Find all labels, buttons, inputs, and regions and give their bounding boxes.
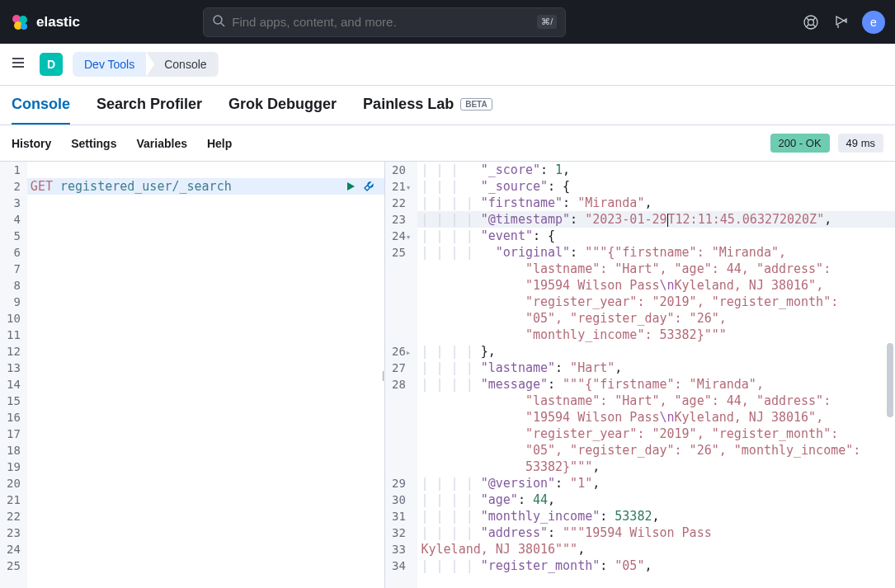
tab-console[interactable]: Console [12,96,70,125]
breadcrumb: Dev Tools Console [73,52,219,77]
variables-button[interactable]: Variables [136,137,187,150]
help-button[interactable]: Help [207,137,232,150]
editor-split: || 1234567891011121314151617181920212223… [0,161,895,588]
global-search[interactable]: ⌘/ [203,7,566,37]
console-toolbar: History Settings Variables Help 200 - OK… [0,125,895,161]
svg-line-9 [813,17,816,21]
tab-painless-lab[interactable]: Painless Lab BETA [363,96,492,125]
svg-line-10 [806,24,809,27]
tab-search-profiler[interactable]: Search Profiler [97,96,202,125]
scrollbar-thumb[interactable] [887,343,893,417]
beta-badge: BETA [460,98,492,111]
crumb-devtools[interactable]: Dev Tools [73,52,146,77]
svg-point-4 [214,16,222,24]
top-header: elastic ⌘/ e [0,0,895,44]
space-badge[interactable]: D [40,53,63,76]
svg-point-3 [21,23,27,30]
devtools-tabs: Console Search Profiler Grok Debugger Pa… [0,86,895,125]
search-icon [212,14,225,30]
request-pane[interactable]: 1234567891011121314151617181920212223242… [0,162,385,588]
tab-painless-label: Painless Lab [363,96,454,113]
svg-line-11 [813,24,816,27]
wrench-icon[interactable] [363,180,376,193]
response-gutter: 20 21▾22 23 24▾25 26▸27 28 29 30 31 32 3… [385,162,417,588]
tab-grok-debugger[interactable]: Grok Debugger [228,96,337,125]
history-button[interactable]: History [12,137,51,150]
svg-line-5 [221,23,224,26]
play-icon[interactable] [345,180,358,193]
elastic-logo-icon [10,12,30,32]
crumb-console: Console [146,52,218,77]
status-badge: 200 - OK [770,134,830,153]
svg-point-7 [808,19,813,25]
nav-toggle-icon[interactable] [10,54,30,74]
brand-text: elastic [36,14,80,31]
request-gutter: 1234567891011121314151617181920212223242… [0,162,27,588]
search-shortcut-badge: ⌘/ [537,15,557,29]
user-avatar[interactable]: e [862,11,885,34]
search-input[interactable] [232,15,530,29]
brand-logo[interactable]: elastic [10,12,80,32]
settings-button[interactable]: Settings [71,137,116,150]
newsfeed-icon[interactable] [832,14,849,31]
latency-badge: 49 ms [838,134,883,153]
lifebuoy-icon[interactable] [803,14,819,31]
response-code[interactable]: | | | "_score": 1,| | | "_source": {| | … [417,162,895,588]
response-pane[interactable]: 20 21▾22 23 24▾25 26▸27 28 29 30 31 32 3… [385,162,895,588]
request-code[interactable]: GET registered_user/_search [27,162,384,588]
breadcrumb-row: D Dev Tools Console [0,44,895,86]
svg-line-8 [806,17,809,21]
